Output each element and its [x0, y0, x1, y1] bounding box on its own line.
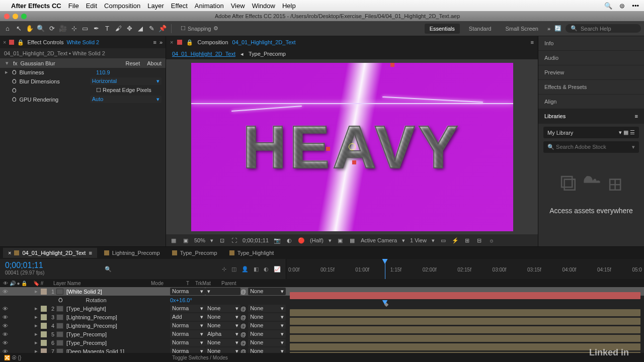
trkmat-dropdown[interactable]: None ▾: [205, 305, 240, 312]
trkmat-dropdown[interactable]: None ▾: [205, 347, 240, 353]
label-color[interactable]: [41, 340, 47, 346]
layer-name[interactable]: [Lightning_Precomp]: [65, 323, 170, 329]
parent-dropdown[interactable]: None ▾: [248, 330, 286, 338]
frame-blend-icon[interactable]: ◧: [254, 266, 259, 273]
resolution-icon[interactable]: ⊡: [218, 237, 225, 244]
brush-tool-icon[interactable]: 🖌: [114, 24, 123, 33]
layer-bar[interactable]: [290, 309, 640, 316]
view-dropdown[interactable]: 1 View: [410, 237, 427, 243]
reset-link[interactable]: Reset: [126, 60, 140, 66]
selection-tool-icon[interactable]: ↖: [14, 24, 23, 33]
repeat-edge-checkbox[interactable]: ☐ Repeat Edge Pixels: [96, 87, 162, 94]
clone-tool-icon[interactable]: ✥: [125, 24, 134, 33]
pen-tool-icon[interactable]: ✒: [92, 24, 101, 33]
library-dropdown[interactable]: My Library ▾ ▦ ☰: [543, 127, 639, 138]
fast-preview-icon[interactable]: ⚡: [452, 237, 459, 244]
layer-bar[interactable]: [290, 352, 640, 353]
label-color[interactable]: [41, 314, 47, 320]
twirl-icon[interactable]: ▾: [4, 60, 10, 66]
close-window-icon[interactable]: [4, 14, 10, 19]
twirl-icon[interactable]: ▸: [33, 322, 39, 329]
parent-dropdown[interactable]: None ▾: [248, 339, 286, 346]
app-name[interactable]: After Effects CC: [11, 2, 61, 10]
comp-name[interactable]: 04_01_Highlight_2D_Text: [232, 39, 296, 45]
roi-icon[interactable]: ⛶: [230, 237, 237, 243]
label-color[interactable]: [41, 348, 47, 353]
grid-icon[interactable]: ▦: [170, 237, 177, 244]
snapshot-icon[interactable]: 📷: [274, 237, 281, 244]
timeline-tab[interactable]: Type_Highlight: [224, 248, 279, 258]
label-color[interactable]: [41, 323, 47, 329]
layer-bar[interactable]: [290, 292, 640, 299]
eraser-tool-icon[interactable]: ◢: [136, 24, 145, 33]
mask-icon[interactable]: ▦: [349, 237, 356, 244]
panel-align[interactable]: Align: [538, 95, 644, 109]
toggle-switches-button[interactable]: Toggle Switches / Modes: [172, 355, 228, 360]
menu-overflow-icon[interactable]: •••: [632, 2, 639, 10]
panel-effects-presets[interactable]: Effects & Presets: [538, 80, 644, 95]
menu-edit[interactable]: Edit: [86, 2, 97, 10]
graph-editor-icon[interactable]: 📈: [274, 266, 281, 273]
toggle-switches-icon[interactable]: 🔀 ⦿ {}: [4, 355, 21, 360]
cc-icon[interactable]: ⊚: [619, 2, 625, 10]
blend-mode-dropdown[interactable]: Add ▾: [170, 313, 205, 321]
breadcrumb-child[interactable]: Type_Precomp: [249, 51, 286, 57]
camera-tool-icon[interactable]: 🎥: [58, 24, 67, 33]
comp-mini-flowchart-icon[interactable]: ⊹: [222, 266, 226, 273]
label-color[interactable]: [41, 331, 47, 337]
lock-icon[interactable]: 🔒: [186, 39, 193, 46]
breadcrumb-root[interactable]: 04_01_Highlight_2D_Text: [172, 51, 235, 57]
layer-name[interactable]: [White Solid 2]: [65, 289, 170, 295]
stopwatch-icon[interactable]: Ö: [12, 69, 17, 75]
pickwhip-icon[interactable]: @: [240, 348, 246, 353]
workspace-essentials[interactable]: Essentials: [425, 24, 460, 34]
workspace-overflow-icon[interactable]: »: [547, 26, 550, 32]
layer-name[interactable]: [Lightning_Precomp]: [65, 314, 170, 320]
panel-overflow-icon[interactable]: »: [159, 39, 163, 45]
menu-window[interactable]: Window: [252, 2, 275, 10]
pan-behind-tool-icon[interactable]: ⊹: [69, 24, 78, 33]
mask-tool-icon[interactable]: ▭: [80, 24, 90, 33]
pickwhip-icon[interactable]: @: [240, 314, 246, 320]
layer-bar[interactable]: [290, 335, 640, 342]
exposure-icon[interactable]: ☼: [488, 237, 495, 243]
draft3d-icon[interactable]: ◫: [231, 266, 236, 273]
timeline-tab[interactable]: ×04_01_Highlight_2D_Text≡: [3, 248, 97, 258]
rotate-tool-icon[interactable]: ⟳: [47, 24, 56, 33]
pickwhip-icon[interactable]: @: [240, 323, 246, 329]
parent-dropdown[interactable]: None ▾: [248, 288, 286, 295]
anchor-icon[interactable]: [349, 143, 356, 150]
hand-tool-icon[interactable]: ✋: [25, 24, 34, 33]
panel-menu-icon[interactable]: ≡: [531, 39, 534, 45]
timeline-icon[interactable]: ⊞: [464, 237, 471, 244]
twirl-icon[interactable]: ▸: [33, 314, 39, 320]
blur-dim-dropdown[interactable]: Horizontal▾: [90, 77, 162, 85]
blend-mode-dropdown[interactable]: Norma ▾: [170, 305, 205, 312]
trkmat-dropdown[interactable]: ▾: [205, 288, 240, 295]
eye-icon[interactable]: 👁: [2, 348, 8, 353]
toggle-transparency-icon[interactable]: ▣: [182, 237, 189, 244]
menu-file[interactable]: File: [68, 2, 79, 10]
parent-dropdown[interactable]: None ▾: [248, 313, 286, 321]
shy-icon[interactable]: 👤: [242, 266, 249, 273]
panel-audio[interactable]: Audio: [538, 51, 644, 65]
effect-header[interactable]: ▾ fx Gaussian Blur Reset About: [0, 58, 166, 68]
layer-name[interactable]: [Type_Highlight]: [65, 306, 170, 312]
library-search[interactable]: 🔍 Search Adobe Stock▾: [543, 141, 639, 153]
workspace-standard[interactable]: Standard: [464, 24, 497, 34]
eye-icon[interactable]: 👁: [2, 340, 8, 346]
spotlight-icon[interactable]: 🔍: [604, 2, 612, 10]
trkmat-dropdown[interactable]: None ▾: [205, 313, 240, 321]
help-search[interactable]: 🔍 Search Help: [566, 24, 641, 33]
layer-bar[interactable]: [290, 326, 640, 333]
roto-tool-icon[interactable]: ✎: [147, 24, 156, 33]
twirl-icon[interactable]: ▸: [33, 288, 39, 295]
trkmat-dropdown[interactable]: None ▾: [205, 322, 240, 329]
pickwhip-icon[interactable]: @: [240, 340, 246, 346]
label-color[interactable]: [41, 289, 47, 295]
label-color[interactable]: [41, 306, 47, 312]
blend-mode-dropdown[interactable]: Norma ▾: [170, 347, 205, 353]
panel-menu-icon[interactable]: ≡: [153, 39, 156, 45]
color-icon[interactable]: 🔴: [298, 237, 305, 244]
fx-icon[interactable]: fx: [13, 60, 18, 66]
